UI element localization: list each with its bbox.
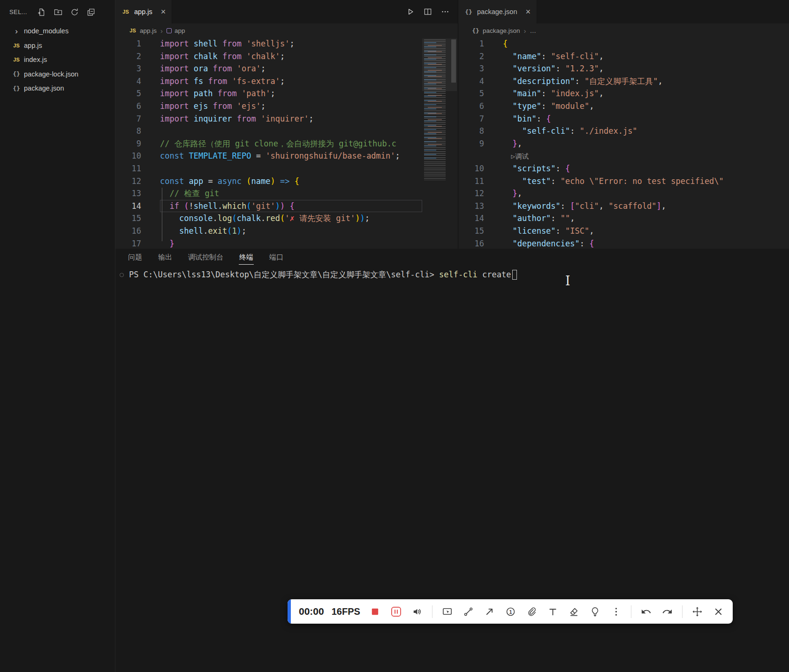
line-number: 13 [115,187,141,200]
tab-packagejson[interactable]: {}package.json× [458,0,537,23]
json-file-icon: {} [12,85,21,92]
stop-icon [370,606,380,617]
breadcrumb-item[interactable]: {}package.json [471,27,520,34]
panel-tab-输出[interactable]: 输出 [158,250,173,265]
line-number: 7 [458,113,484,125]
js-file-icon: JS [12,43,21,48]
codelens-debug[interactable]: ▷调试 [503,153,529,160]
code-line: 12const app = async (name) => { [115,175,422,188]
eraser-button[interactable] [568,605,580,618]
collapse-all-icon [86,8,96,17]
line-number: 14 [458,212,484,225]
code-line: 8 [115,125,422,137]
tree-item-node_modules[interactable]: ›node_modules [0,24,115,38]
tree-item-package-json[interactable]: {}package.json [0,81,115,96]
volume-button[interactable] [411,605,424,618]
line-number: 4 [458,75,484,88]
redo-button[interactable] [661,605,674,618]
editor-group-right: {}package.json× {}package.json›… 1{2 "na… [458,0,789,249]
capture-region-button[interactable] [441,605,454,618]
stop-button[interactable] [369,605,381,618]
json-file-icon: {} [471,27,480,34]
draw-path-button[interactable] [462,605,475,618]
line-number: 11 [458,175,484,188]
line-number: 2 [458,50,484,63]
tab-appjs[interactable]: JSapp.js× [115,0,172,23]
panel-tabs: 问题输出调试控制台终端端口 [115,249,789,266]
code-line: 7import inquirer from 'inquirer'; [115,113,422,125]
explorer-header: SEL... [0,0,115,24]
breadcrumb-separator-icon: › [524,27,526,35]
code-line: ▷调试 [458,150,789,162]
command-decoration-icon[interactable] [120,273,124,277]
refresh-icon [70,8,79,17]
pause-button[interactable] [390,605,402,618]
symbol-icon [167,28,172,33]
new-file-button[interactable] [37,7,47,17]
recorder-tools: 1 [369,605,733,618]
line-number: 12 [115,175,141,188]
tab-label: app.js [134,8,152,15]
arrow-annotate-button[interactable] [483,605,496,618]
refresh-button[interactable] [69,7,80,17]
code-line: 15 "license": "ISC", [458,225,789,237]
collapse-all-button[interactable] [86,7,96,17]
attachment-button[interactable] [525,605,538,618]
scrollbar-thumb[interactable] [451,39,456,83]
tree-item-package-lock-json[interactable]: {}package-lock.json [0,67,115,82]
breadcrumb-item[interactable]: … [530,27,537,34]
new-folder-button[interactable] [53,7,63,17]
line-number: 3 [458,62,484,75]
panel-tab-终端[interactable]: 终端 [239,250,254,265]
code-line: 5 "main": "index.js", [458,87,789,100]
step-counter-icon: 1 [505,606,516,617]
file-name: package-lock.json [24,70,78,78]
highlight-icon [590,606,600,617]
code-area-packagejson[interactable]: 1{2 "name": "self-cli",3 "version": "1.2… [458,38,789,249]
explorer-section-title[interactable]: SEL... [9,8,34,15]
volume-icon [412,606,423,617]
more-actions-button[interactable] [440,7,450,17]
more-icon [440,7,450,16]
line-number: 2 [115,50,141,63]
file-name: index.js [24,56,47,63]
code-area-appjs[interactable]: 1import shell from 'shelljs';2import cha… [115,38,458,249]
toolbar-divider [432,605,432,618]
js-file-icon: JS [12,57,21,62]
editor-scrollbar[interactable] [450,38,457,249]
terminal[interactable]: PS C:\Users\lss13\Desktop\自定义脚手架文章\自定义脚手… [115,269,789,280]
line-number: 1 [458,38,484,50]
run-icon [406,7,415,16]
run-file-button[interactable] [405,7,416,17]
minimap[interactable] [422,38,449,187]
split-editor-button[interactable] [423,7,433,17]
breadcrumb-item[interactable]: JSapp.js [129,27,157,34]
line-number: 9 [458,137,484,150]
tree-item-index-js[interactable]: JSindex.js [0,53,115,67]
file-tree: ›node_modulesJSapp.jsJSindex.js{}package… [0,24,115,96]
close-icon[interactable]: × [525,8,531,16]
pause-icon [391,606,402,617]
breadcrumb-item[interactable]: app [167,27,185,34]
terminal-prompt-line: PS C:\Users\lss13\Desktop\自定义脚手架文章\自定义脚手… [129,269,511,280]
tree-item-app-js[interactable]: JSapp.js [0,38,115,53]
code-line: 1{ [458,38,789,50]
line-number: 4 [115,75,141,88]
move-toolbar-button[interactable] [691,605,704,618]
panel-tab-问题[interactable]: 问题 [128,250,143,265]
close-recorder-button[interactable] [712,605,725,618]
text-annotate-button[interactable] [546,605,559,618]
highlight-button[interactable] [589,605,601,618]
eraser-icon [569,606,579,617]
panel-tab-调试控制台[interactable]: 调试控制台 [188,250,224,265]
line-number: 9 [115,137,141,150]
breadcrumb-left: JSapp.js›app [115,23,458,38]
tab-bar-right: {}package.json× [458,0,789,23]
close-icon[interactable]: × [161,8,166,16]
breadcrumb-separator-icon: › [160,27,163,35]
step-counter-button[interactable]: 1 [504,605,517,618]
editor-area: JSapp.js× JSapp.js›app 1import shell fro… [115,0,789,249]
undo-button[interactable] [640,605,652,618]
more-tools-button[interactable] [610,605,622,618]
panel-tab-端口[interactable]: 端口 [269,250,284,265]
